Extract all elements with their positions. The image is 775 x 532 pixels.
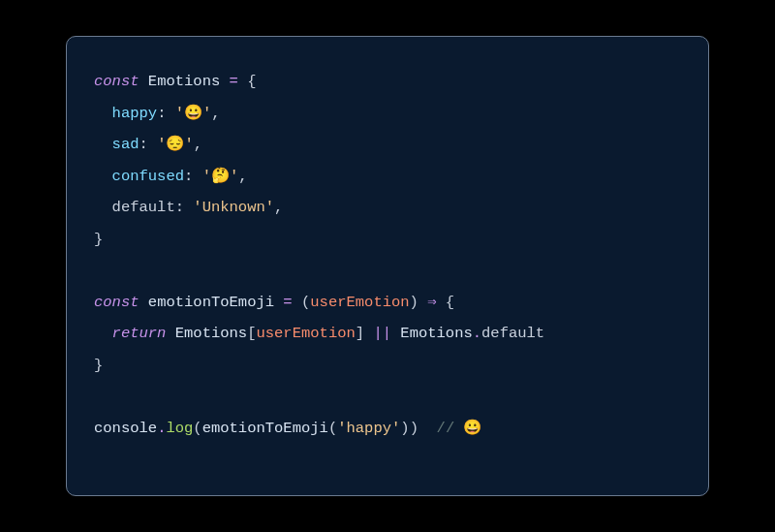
paren-close: ) [410, 420, 418, 437]
space [418, 420, 437, 437]
keyword-const: const [94, 294, 140, 311]
paren-open: ( [328, 420, 337, 437]
indent [94, 325, 112, 342]
identifier-emotions: Emotions [175, 325, 247, 342]
punct-eq: = [274, 294, 301, 311]
param-useremotion: userEmotion [256, 325, 355, 342]
quote: ' [202, 105, 211, 122]
bracket-close: ] [356, 325, 364, 342]
emoji-happy: 😀 [184, 105, 202, 122]
method-log: log [166, 420, 193, 437]
indent [94, 168, 112, 185]
paren-close: ) [400, 420, 409, 437]
paren-open: ( [193, 420, 202, 437]
identifier-emotions: Emotions [148, 73, 220, 90]
quote: ' [265, 199, 274, 216]
keyword-const: const [94, 73, 140, 90]
colon: : [184, 168, 202, 185]
code-panel: const Emotions = { happy: '😀', sad: '😔',… [66, 36, 709, 496]
paren-close: ) [410, 294, 418, 311]
brace-close: } [94, 231, 103, 248]
punct-eq: = [220, 73, 247, 90]
keyword-return: return [112, 325, 167, 342]
identifier-emotions: Emotions [400, 325, 472, 342]
paren-open: ( [301, 294, 310, 311]
space [166, 325, 174, 342]
indent [94, 105, 112, 122]
prop-default: default [481, 325, 544, 342]
quote: ' [184, 136, 193, 153]
string-unknown: Unknown [202, 199, 265, 216]
brace-open: { [247, 73, 256, 90]
comma: , [194, 136, 202, 153]
param-useremotion: userEmotion [310, 294, 409, 311]
identifier-fn: emotionToEmoji [148, 294, 274, 311]
indent [94, 136, 112, 153]
prop-confused: confused [112, 168, 184, 185]
quote: ' [202, 168, 211, 185]
code-block: const Emotions = { happy: '😀', sad: '😔',… [94, 66, 681, 445]
comma: , [238, 168, 247, 185]
colon: : [157, 105, 175, 122]
brace-open: { [446, 294, 454, 311]
prop-default: default [112, 199, 175, 216]
quote: ' [230, 168, 238, 185]
colon: : [175, 199, 194, 216]
operator-or: || [364, 325, 400, 342]
comment-result: // 😀 [437, 420, 482, 437]
colon: : [140, 136, 158, 153]
quote: ' [175, 105, 184, 122]
prop-happy: happy [112, 105, 158, 122]
prop-sad: sad [112, 136, 140, 153]
string-happy: happy [347, 420, 392, 437]
identifier-console: console [94, 420, 157, 437]
emoji-sad: 😔 [166, 136, 184, 153]
quote: ' [337, 420, 346, 437]
indent [94, 199, 112, 216]
arrow: ⇒ [418, 294, 446, 311]
dot: . [473, 325, 481, 342]
brace-close: } [94, 357, 103, 374]
comma: , [211, 105, 220, 122]
emoji-confused: 🤔 [211, 168, 230, 185]
identifier-fn: emotionToEmoji [202, 420, 328, 437]
comma: , [274, 199, 283, 216]
quote: ' [193, 199, 202, 216]
quote: ' [391, 420, 400, 437]
